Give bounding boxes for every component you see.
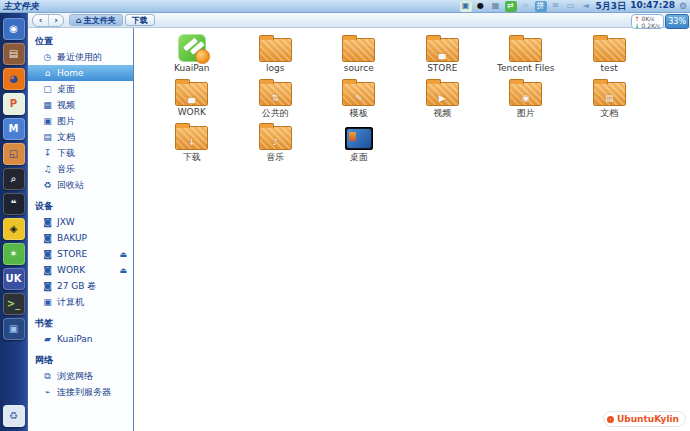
file-label: 模板 — [350, 107, 368, 120]
sidebar-item-videos[interactable]: ▦ 视频 — [28, 97, 133, 113]
folder-music[interactable]: ♪ 音乐 — [234, 121, 318, 165]
folder-logs[interactable]: logs — [234, 33, 318, 77]
trash-icon[interactable]: ♻ — [3, 405, 25, 427]
folder-documents[interactable]: ▤ 文档 — [568, 77, 652, 121]
sidebar-item-icon: ◙ — [42, 281, 53, 291]
file-kuaipan[interactable]: KuaiPan — [150, 33, 234, 77]
sidebar-item-icon: ⧉ — [42, 371, 53, 382]
sidebar-item-kuaipan[interactable]: ▰ KuaiPan — [28, 331, 133, 347]
kuaipan-dock-icon[interactable]: ✶ — [3, 243, 25, 265]
folder-test[interactable]: test — [568, 33, 652, 77]
breadcrumb-home[interactable]: ⌂ 主文件夹 — [69, 14, 123, 26]
navigation-app-icon[interactable]: ◈ — [3, 218, 25, 240]
battery-tray-icon[interactable]: ▭ — [565, 1, 577, 12]
screenshot-tray-icon[interactable]: ▣ — [460, 1, 472, 12]
sidebar-item-downloads[interactable]: ↧ 下载 — [28, 145, 133, 161]
sidebar-item-label: KuaiPan — [57, 334, 92, 344]
forward-button[interactable]: › — [48, 15, 63, 26]
folder-tencent-files[interactable]: Tencent Files — [484, 33, 568, 77]
sidebar-item-icon: ▣ — [42, 116, 53, 126]
eject-icon[interactable]: ⏏ — [119, 266, 127, 275]
sidebar-item-icon: ⌁ — [42, 387, 53, 397]
net-speed-widget[interactable]: ↑ 0K/s ↓ 0.2K/s 33% — [631, 14, 689, 29]
volume-tray-icon[interactable]: ◄ — [580, 1, 592, 12]
folder-templates[interactable]: ✎ 模板 — [317, 77, 401, 121]
sidebar-item-home[interactable]: ⌂ Home — [28, 65, 133, 81]
sidebar-item-label: 文档 — [57, 131, 75, 144]
system-tray: ▣ ● ▦ ⇄ ≈ 拼 ✉ ▭ ◄ 5月3日 10:47:28 ⚙ — [460, 0, 687, 13]
upload-arrow-icon: ↑ — [635, 15, 640, 22]
sidebar-item-work[interactable]: ◙ WORK ⏏ — [28, 262, 133, 278]
sidebar-item-27gb-volume[interactable]: ◙ 27 GB 卷 — [28, 278, 133, 294]
sidebar-item-label: 最近使用的 — [57, 51, 102, 64]
sidebar-item-connect-to-server[interactable]: ⌁ 连接到服务器 — [28, 384, 133, 400]
file-label: logs — [266, 63, 284, 73]
sidebar-item-desktop[interactable]: ▢ 桌面 — [28, 81, 133, 97]
sidebar-item-icon: ▣ — [42, 297, 53, 307]
back-button[interactable]: ‹ — [33, 15, 48, 26]
gear-icon[interactable]: ⚙ — [679, 1, 687, 11]
sidebar-item-label: 连接到服务器 — [57, 386, 111, 399]
wifi-tray-icon[interactable]: ≈ — [520, 1, 532, 12]
chat-app-icon[interactable]: ❝ — [3, 193, 25, 215]
sidebar-item-pictures[interactable]: ▣ 图片 — [28, 113, 133, 129]
sidebar-item-computer[interactable]: ▣ 计算机 — [28, 294, 133, 310]
show-desktop-icon[interactable]: ▣ — [3, 318, 25, 340]
file-label: WORK — [178, 107, 206, 117]
system-monitor-icon[interactable]: M — [3, 118, 25, 140]
file-label: 下载 — [183, 151, 201, 164]
sidebar-item-bakup[interactable]: ◙ BAKUP — [28, 230, 133, 246]
calendar-tray-icon[interactable]: ▦ — [490, 1, 502, 12]
sidebar-item-label: 网络 — [35, 354, 53, 367]
circle-of-friends-icon — [607, 416, 614, 423]
folder-source[interactable]: source — [317, 33, 401, 77]
firefox-icon[interactable]: ◕ — [3, 68, 25, 90]
media-player-icon[interactable]: P — [3, 93, 25, 115]
folder-downloads[interactable]: ↓ 下载 — [150, 121, 234, 165]
icon-grid: KuaiPan logs source — [134, 28, 690, 165]
dash-home-icon[interactable]: ◉ — [3, 18, 25, 40]
file-icon — [178, 34, 206, 62]
magnifier-icon[interactable]: ⌕ — [3, 168, 25, 190]
folder-work[interactable]: ▄ WORK — [150, 77, 234, 121]
net-speed-pill: ↑ 0K/s ↓ 0.2K/s — [631, 14, 665, 29]
folder-public[interactable]: ⇅ 公共的 — [234, 77, 318, 121]
sidebar-item-label: 书签 — [35, 317, 53, 330]
sidebar-item-store[interactable]: ◙ STORE ⏏ — [28, 246, 133, 262]
breadcrumb: ⌂ 主文件夹 下载 — [69, 14, 155, 26]
sidebar-item-browse-network[interactable]: ⧉ 浏览网络 — [28, 368, 133, 384]
workspace-switcher-icon[interactable]: ◱ — [3, 143, 25, 165]
file-desktop[interactable]: 桌面 — [317, 121, 401, 165]
download-speed: 0.2K/s — [642, 22, 661, 29]
sidebar-item-label: 27 GB 卷 — [57, 280, 96, 293]
folder-videos[interactable]: ▶ 视频 — [401, 77, 485, 121]
sidebar-header-bookmarks: 书签 — [28, 315, 133, 331]
sidebar-item-trash[interactable]: ♻ 回收站 — [28, 177, 133, 193]
eject-icon[interactable]: ⏏ — [119, 250, 127, 259]
tux-tray-icon[interactable]: ● — [475, 1, 487, 12]
sidebar-item-jxw[interactable]: ◙ JXW — [28, 214, 133, 230]
folder-store[interactable]: ▄ STORE — [401, 33, 485, 77]
sidebar-item-label: 图片 — [57, 115, 75, 128]
sidebar-item-recent[interactable]: ◷ 最近使用的 — [28, 49, 133, 65]
sidebar-item-label: WORK — [57, 265, 85, 275]
sidebar-item-music[interactable]: ♫ 音乐 — [28, 161, 133, 177]
software-center-icon[interactable]: UK — [3, 268, 25, 290]
brand-text: UbuntuKylin — [617, 414, 679, 424]
sidebar-item-documents[interactable]: ▤ 文档 — [28, 129, 133, 145]
file-manager-icon[interactable]: ▤ — [3, 43, 25, 65]
sidebar-item-icon: ♫ — [42, 164, 53, 174]
sidebar-item-label: STORE — [57, 249, 87, 259]
input-method-tray-icon[interactable]: 拼 — [535, 1, 547, 12]
file-label: 视频 — [433, 107, 451, 120]
upload-speed: 0K/s — [642, 15, 655, 22]
file-icon — [593, 38, 626, 62]
menubar: 主文件夹 ▣ ● ▦ ⇄ ≈ 拼 ✉ ▭ ◄ 5月3日 — [0, 0, 690, 13]
sidebar-item-icon: ◙ — [42, 217, 53, 227]
mail-tray-icon[interactable]: ✉ — [550, 1, 562, 12]
sidebar-item-icon: ▦ — [42, 100, 53, 110]
breadcrumb-downloads[interactable]: 下载 — [125, 14, 155, 26]
folder-pictures[interactable]: ◉ 图片 — [484, 77, 568, 121]
kuaipan-sync-tray-icon[interactable]: ⇄ — [505, 1, 517, 12]
terminal-icon[interactable]: >_ — [3, 293, 25, 315]
